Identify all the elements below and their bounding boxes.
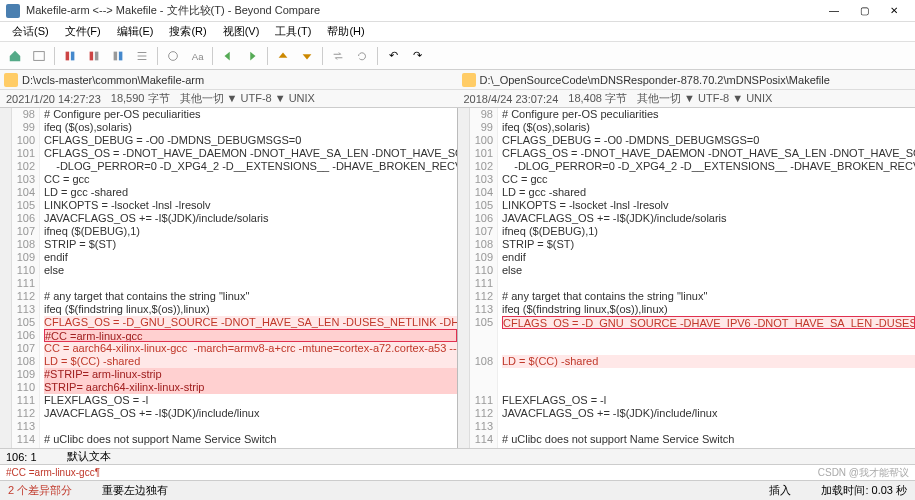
svg-rect-0 bbox=[34, 51, 45, 60]
left-rest[interactable]: 其他一切 ▼ UTF-8 ▼ UNIX bbox=[180, 91, 315, 106]
menu-item[interactable]: 会话(S) bbox=[4, 22, 57, 41]
diff-area: 9899100101102103104105106107108109110111… bbox=[0, 108, 915, 448]
right-rest[interactable]: 其他一切 ▼ UTF-8 ▼ UNIX bbox=[637, 91, 772, 106]
title-bar: Makefile-arm <--> Makefile - 文件比较(T) - B… bbox=[0, 0, 915, 22]
status-time: 加载时间: 0.03 秒 bbox=[821, 483, 907, 498]
watermark: CSDN @我才能帮议 bbox=[818, 466, 909, 480]
svg-rect-4 bbox=[95, 51, 99, 60]
window-title: Makefile-arm <--> Makefile - 文件比较(T) - B… bbox=[26, 3, 819, 18]
all-button[interactable] bbox=[59, 45, 81, 67]
status-hint: 重要左边独有 bbox=[102, 483, 168, 498]
menu-item[interactable]: 帮助(H) bbox=[319, 22, 372, 41]
right-path: D:\_OpenSourceCode\mDNSResponder-878.70.… bbox=[480, 74, 830, 86]
rules-button[interactable] bbox=[162, 45, 184, 67]
menu-item[interactable]: 搜索(R) bbox=[161, 22, 214, 41]
svg-rect-6 bbox=[119, 51, 123, 60]
folder-icon bbox=[4, 73, 18, 87]
close-button[interactable]: ✕ bbox=[879, 2, 909, 20]
svg-text:Aa: Aa bbox=[192, 50, 204, 61]
tool-bar: Aa ↶ ↷ bbox=[0, 42, 915, 70]
right-pane[interactable]: 9899100101102103104105106107108109110111… bbox=[458, 108, 915, 448]
format-button[interactable]: Aa bbox=[186, 45, 208, 67]
right-date: 2018/4/24 23:07:24 bbox=[464, 93, 559, 105]
next-diff-button[interactable] bbox=[296, 45, 318, 67]
right-line-numbers: 9899100101102103104105106107108109110111… bbox=[470, 108, 498, 448]
copy-right-button[interactable] bbox=[241, 45, 263, 67]
info-row: 2021/1/20 14:27:23 18,590 字节 其他一切 ▼ UTF-… bbox=[0, 90, 915, 108]
edit-line[interactable]: #CC =arm-linux-gcc¶ bbox=[0, 464, 915, 480]
menu-item[interactable]: 编辑(E) bbox=[109, 22, 162, 41]
left-thumbnail[interactable] bbox=[0, 108, 12, 448]
menu-bar: 会话(S)文件(F)编辑(E)搜索(R)视图(V)工具(T)帮助(H) bbox=[0, 22, 915, 42]
right-path-bar[interactable]: D:\_OpenSourceCode\mDNSResponder-878.70.… bbox=[458, 73, 916, 87]
status-ins: 插入 bbox=[769, 483, 791, 498]
svg-rect-1 bbox=[66, 51, 70, 60]
app-icon bbox=[6, 4, 20, 18]
svg-rect-5 bbox=[114, 51, 118, 60]
left-path-bar[interactable]: D:\vcls-master\common\Makefile-arm bbox=[0, 73, 458, 87]
left-info: 2021/1/20 14:27:23 18,590 字节 其他一切 ▼ UTF-… bbox=[0, 91, 458, 106]
left-code[interactable]: # Configure per-OS peculiaritiesifeq ($(… bbox=[40, 108, 457, 448]
prev-diff-button[interactable] bbox=[272, 45, 294, 67]
minimize-button[interactable]: — bbox=[819, 2, 849, 20]
folder-icon bbox=[462, 73, 476, 87]
same-button[interactable] bbox=[107, 45, 129, 67]
right-size: 18,408 字节 bbox=[568, 91, 627, 106]
reload-button[interactable] bbox=[351, 45, 373, 67]
left-date: 2021/1/20 14:27:23 bbox=[6, 93, 101, 105]
left-path: D:\vcls-master\common\Makefile-arm bbox=[22, 74, 204, 86]
redo-button[interactable]: ↷ bbox=[406, 45, 428, 67]
menu-item[interactable]: 工具(T) bbox=[267, 22, 319, 41]
status-bar: 2 个差异部分 重要左边独有 插入 加载时间: 0.03 秒 bbox=[0, 480, 915, 500]
status-diff: 2 个差异部分 bbox=[8, 483, 72, 498]
bottom-nav: 106: 1 默认文本 bbox=[0, 448, 915, 464]
right-thumbnail[interactable] bbox=[458, 108, 470, 448]
right-info: 2018/4/24 23:07:24 18,408 字节 其他一切 ▼ UTF-… bbox=[458, 91, 916, 106]
path-row: D:\vcls-master\common\Makefile-arm D:\_O… bbox=[0, 70, 915, 90]
diffs-button[interactable] bbox=[83, 45, 105, 67]
left-pane[interactable]: 9899100101102103104105106107108109110111… bbox=[0, 108, 457, 448]
nav-label[interactable]: 默认文本 bbox=[67, 449, 111, 464]
right-code[interactable]: # Configure per-OS peculiaritiesifeq ($(… bbox=[498, 108, 915, 448]
svg-rect-2 bbox=[71, 51, 75, 60]
undo-button[interactable]: ↶ bbox=[382, 45, 404, 67]
menu-item[interactable]: 文件(F) bbox=[57, 22, 109, 41]
cursor-pos: 106: 1 bbox=[6, 451, 37, 463]
sessions-button[interactable] bbox=[28, 45, 50, 67]
svg-rect-3 bbox=[90, 51, 94, 60]
copy-left-button[interactable] bbox=[217, 45, 239, 67]
left-size: 18,590 字节 bbox=[111, 91, 170, 106]
maximize-button[interactable]: ▢ bbox=[849, 2, 879, 20]
window-controls: — ▢ ✕ bbox=[819, 2, 909, 20]
home-button[interactable] bbox=[4, 45, 26, 67]
svg-point-7 bbox=[169, 51, 178, 60]
menu-item[interactable]: 视图(V) bbox=[215, 22, 268, 41]
left-line-numbers: 9899100101102103104105106107108109110111… bbox=[12, 108, 40, 448]
swap-button[interactable] bbox=[327, 45, 349, 67]
context-button[interactable] bbox=[131, 45, 153, 67]
